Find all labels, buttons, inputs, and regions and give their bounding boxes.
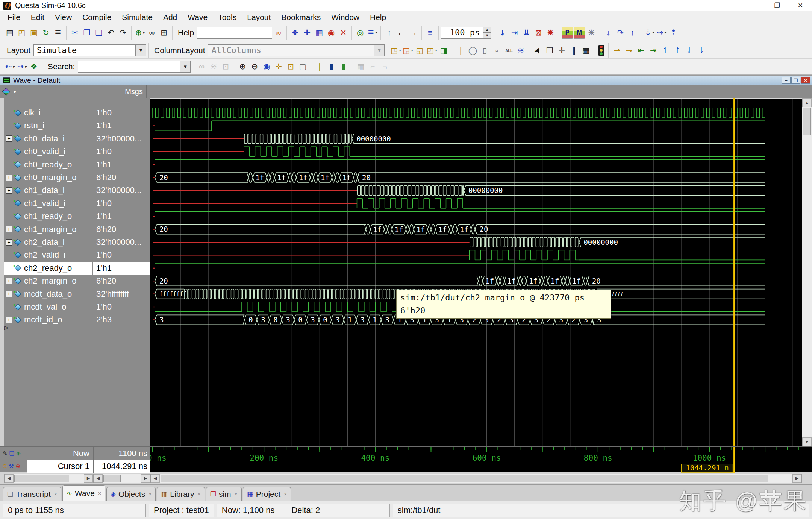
signal-row-ch0_data_i[interactable]: +ch0_data_i: [4, 132, 92, 145]
hand-icon[interactable]: ✳: [586, 27, 597, 39]
columnlayout-combo[interactable]: AllColumns▼: [208, 44, 385, 56]
wave-vertical-scrollbar[interactable]: ▲ ▼: [802, 98, 812, 446]
signal-group-cube-icon[interactable]: [2, 88, 10, 96]
up-context-icon[interactable]: ↑: [383, 27, 395, 39]
scroll-up-icon[interactable]: ▲: [802, 98, 812, 107]
print-icon[interactable]: ≣: [52, 27, 64, 39]
tab-close-icon[interactable]: ×: [235, 491, 238, 497]
profile-memory-icon[interactable]: M: [574, 27, 585, 39]
link-environment-icon[interactable]: ◎: [354, 27, 366, 39]
zoom-full-icon[interactable]: ◉: [261, 61, 272, 73]
pan-icon[interactable]: ✛: [556, 44, 567, 56]
save-icon[interactable]: ▣: [28, 27, 39, 39]
search-reverse-icon[interactable]: ∞: [196, 61, 207, 73]
tab-close-icon[interactable]: ×: [54, 491, 57, 497]
compile-icon[interactable]: ❖: [289, 27, 301, 39]
help-find-icon[interactable]: ∞: [273, 27, 284, 39]
insert-cursor-icon[interactable]: ⇀: [611, 44, 623, 56]
search-combo-caret-icon[interactable]: ▼: [180, 61, 190, 72]
tab-wave[interactable]: ∿ Wave ×: [62, 485, 105, 501]
scroll-right-icon[interactable]: ▶: [792, 474, 801, 483]
tab-sim[interactable]: ❒ sim ×: [206, 487, 242, 501]
zoom-range-icon[interactable]: ⊡: [285, 61, 296, 73]
redo-icon[interactable]: ↷: [117, 27, 129, 39]
zoom-drag-icon[interactable]: ❑: [544, 44, 555, 56]
tab-close-icon[interactable]: ×: [198, 491, 201, 497]
wave-panel-titlebar[interactable]: Wave - Default – ❐ ✕: [0, 76, 812, 85]
cursor-properties-icon[interactable]: ⚒: [9, 463, 14, 470]
dual-view-icon[interactable]: ▮: [326, 61, 337, 73]
interval-measure-icon[interactable]: ▯: [479, 44, 490, 56]
menu-wave[interactable]: Wave: [182, 11, 213, 23]
menu-layout[interactable]: Layout: [242, 11, 276, 23]
expand-toggle-icon[interactable]: +: [6, 317, 12, 323]
full-view-icon[interactable]: ▮: [338, 61, 349, 73]
edit-grid-icon[interactable]: ▦: [580, 44, 591, 56]
delete-cursor-icon[interactable]: ⇁: [623, 44, 635, 56]
signal-row-ch2_valid_i[interactable]: ch2_valid_i: [4, 249, 92, 261]
signal-row-ch1_valid_i[interactable]: ch1_valid_i: [4, 197, 92, 210]
expand-toggle-icon[interactable]: +: [6, 187, 12, 194]
run-all-icon[interactable]: ⇊: [521, 27, 532, 39]
step-out-icon[interactable]: ↑: [627, 27, 638, 39]
wave-left-grip[interactable]: [0, 98, 4, 446]
help-search-input[interactable]: [197, 27, 272, 39]
menu-file[interactable]: File: [2, 11, 26, 23]
paste-icon[interactable]: ❑: [93, 27, 105, 39]
zoom-mode-2-icon[interactable]: ◯: [467, 44, 478, 56]
step-over-icon[interactable]: ↷: [615, 27, 626, 39]
next-rising-edge-icon[interactable]: ↾: [671, 44, 683, 56]
menu-compile[interactable]: Compile: [77, 11, 117, 23]
edit-cursor-icon[interactable]: ✎: [3, 450, 8, 457]
search-exact-icon[interactable]: ⊡: [220, 61, 231, 73]
signal-row-clk_i[interactable]: clk_i: [4, 106, 92, 119]
edit-cursors-icon[interactable]: ∥: [568, 44, 579, 56]
expand-toggle-icon[interactable]: +: [6, 291, 12, 297]
tab-close-icon[interactable]: ×: [148, 491, 151, 497]
grid-toggle-icon[interactable]: ▦: [355, 61, 366, 73]
signal-row-ch2_margin_o[interactable]: +ch2_margin_o: [4, 275, 92, 287]
prev-transition-icon[interactable]: ⇤: [635, 44, 647, 56]
signal-row-ch0_margin_o[interactable]: +ch0_margin_o: [4, 171, 92, 184]
prev-rising-edge-icon[interactable]: ↿: [659, 44, 671, 56]
signal-row-ch0_valid_i[interactable]: ch0_valid_i: [4, 145, 92, 158]
tab-close-icon[interactable]: ×: [98, 490, 101, 496]
menu-bookmarks[interactable]: Bookmarks: [276, 11, 326, 23]
signal-row-mcdt_data_o[interactable]: +mcdt_data_o: [4, 288, 92, 300]
wave-panel-maximize-button[interactable]: ❐: [791, 77, 800, 84]
open-icon[interactable]: ◰: [16, 27, 27, 39]
tab-close-icon[interactable]: ×: [284, 491, 287, 497]
zoom-others-icon[interactable]: ▢: [297, 61, 308, 73]
show-all-icon[interactable]: ALL: [503, 44, 514, 56]
maximize-button[interactable]: ❐: [765, 0, 789, 11]
breakpoints-traffic-light-icon[interactable]: [598, 45, 604, 56]
names-scroll-thumb[interactable]: [14, 475, 69, 482]
layout-combo[interactable]: Simulate▼: [33, 44, 146, 56]
add-icon[interactable]: ⊕▾: [134, 27, 145, 39]
scroll-left-icon[interactable]: ◀: [94, 474, 103, 483]
scroll-left-icon[interactable]: ◀: [151, 474, 160, 483]
compile-all-icon[interactable]: ✚: [301, 27, 313, 39]
menu-simulate[interactable]: Simulate: [117, 11, 158, 23]
wave-scroll-thumb[interactable]: [161, 475, 768, 482]
values-scrollbar[interactable]: ◀ ▶: [93, 474, 150, 483]
continue-run-icon[interactable]: ⇝▾: [656, 27, 667, 39]
forward-icon[interactable]: →: [408, 27, 419, 39]
compile-selected-icon[interactable]: ▦: [314, 27, 325, 39]
cursor-row[interactable]: Ω ⚒ ⊖ Cursor 1 1044.291 ns: [0, 460, 150, 473]
menu-window[interactable]: Window: [326, 11, 365, 23]
undo-icon[interactable]: ↶: [105, 27, 117, 39]
scroll-left-icon[interactable]: ◀: [5, 474, 14, 483]
add-to-log-icon[interactable]: ◱: [414, 44, 425, 56]
signal-group-caret-icon[interactable]: ▼: [13, 90, 17, 94]
msgs-column-header[interactable]: Msgs: [89, 85, 147, 98]
signal-row-ch0_ready_o[interactable]: ch0_ready_o: [4, 158, 92, 171]
menu-edit[interactable]: Edit: [26, 11, 50, 23]
waveform-canvas[interactable]: 00000000201f1f1f1f1f2000000000201f1f1f1f…: [150, 98, 802, 446]
run-icon[interactable]: ↧: [497, 27, 508, 39]
scroll-right-icon[interactable]: ▶: [84, 474, 93, 483]
tab-objects[interactable]: ◈ Objects ×: [106, 487, 156, 501]
expand-toggle-icon[interactable]: +: [6, 135, 12, 142]
cut-icon[interactable]: ✂: [69, 27, 80, 39]
edge-left-icon[interactable]: ⌐: [367, 61, 378, 73]
